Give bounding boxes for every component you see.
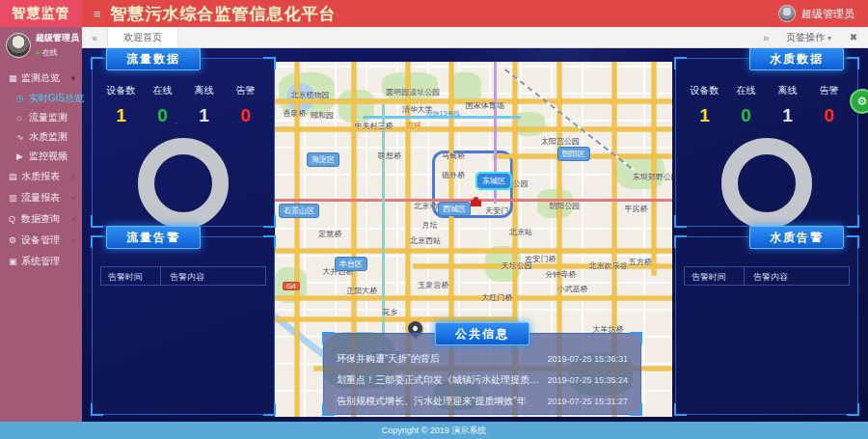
user-menu[interactable]: 超级管理员 <box>778 5 854 22</box>
place-label: 中关村三桥 <box>354 121 393 131</box>
sidebar-avatar <box>6 33 31 58</box>
place-label: 花乡 <box>382 307 397 317</box>
news-list: 环保并购遭“夭折”的背后2019-07-25 15:36:31划重点！三部委正式… <box>324 334 640 412</box>
news-title: 环保并购遭“夭折”的背后 <box>337 348 440 370</box>
place-label: 定慧桥 <box>318 229 341 239</box>
quality-alarm-panel: 水质告警 告警时间 告警内容 <box>675 236 858 415</box>
stat-cell: 设备数1 <box>100 84 142 126</box>
sidebar-subitem-quality-monitor[interactable]: ∿水质监测 <box>0 127 82 147</box>
user-name: 超级管理员 <box>801 7 854 21</box>
news-time: 2019-07-25 15:31:27 <box>547 391 628 412</box>
place-label: 北京欢乐谷 <box>588 261 627 271</box>
quality-alarm-title: 水质告警 <box>749 226 844 249</box>
place-label: 香泉桥 <box>283 108 306 119</box>
stat-cell: 告警0 <box>808 84 850 126</box>
stat-label: 离线 <box>183 84 225 97</box>
quality-monitor-icon: ∿ <box>16 127 29 147</box>
highway-badge: G4 <box>283 282 299 290</box>
tab-bar: « 欢迎首页 » 页签操作▾ ✖ <box>82 27 868 48</box>
device-mgmt-icon: ⚙ <box>9 230 21 251</box>
sidebar-item-label: 监测总览 <box>21 72 60 83</box>
place-label: 五方桥 <box>629 257 652 267</box>
flow-donut-chart <box>138 138 229 229</box>
sidebar-item-label: 设备管理 <box>21 234 60 245</box>
sidebar-item-label: 水质报表 <box>21 171 60 181</box>
quality-donut-chart <box>721 138 812 229</box>
sidebar-menu: ▦监测总览▾◷实时GIS总览⌂流量监测∿水质监测▶监控视频▤水质报表‹▥流量报表… <box>0 68 82 272</box>
status-text: 在线 <box>42 48 58 57</box>
place-label: 月坛 <box>421 220 437 231</box>
column-alarm-content: 告警内容 <box>161 267 265 285</box>
tab-operations-dropdown[interactable]: 页签操作▾ <box>778 31 839 44</box>
sidebar-item-label: 流量报表 <box>21 192 60 203</box>
sidebar-subitem-label: 水质监测 <box>29 131 68 142</box>
quality-data-panel: 水质数据 设备数1在线0离线1告警0 <box>675 58 858 227</box>
sidebar-subitem-flow-monitor[interactable]: ⌂流量监测 <box>0 108 82 127</box>
stat-value: 1 <box>100 105 142 126</box>
chevron-left-icon: ‹ <box>72 166 75 187</box>
stat-cell: 离线1 <box>183 84 225 126</box>
district-label: 石景山区 <box>279 204 319 218</box>
video-monitor-icon: ▶ <box>16 147 29 166</box>
fullscreen-icon[interactable]: ✖ <box>839 32 868 42</box>
place-label: 大红门桥 <box>481 292 512 303</box>
quality-alarm-table-header: 告警时间 告警内容 <box>684 266 850 286</box>
place-label: 北京植物园 <box>290 90 329 100</box>
news-time: 2019-07-25 15:36:31 <box>547 348 628 370</box>
sidebar-item-system-mgmt[interactable]: ▣系统管理 <box>0 251 82 272</box>
news-item[interactable]: 环保并购遭“夭折”的背后2019-07-25 15:36:31 <box>324 348 640 370</box>
stat-value: 0 <box>808 105 850 126</box>
district-label: 朝阳区 <box>557 147 590 161</box>
place-label: 正阳大桥 <box>346 286 377 296</box>
sidebar-item-device-mgmt[interactable]: ⚙设备管理‹ <box>0 230 82 251</box>
dashboard-main: 海淀区朝阳区东城区西城区石景山区丰台区北京植物园香泉桥颐和园圆明园遗址公园清华大… <box>82 48 868 422</box>
map-road <box>275 317 513 321</box>
sidebar-item-quality-report[interactable]: ▤水质报表‹ <box>0 166 82 187</box>
place-label: 国家体育场 <box>466 100 504 111</box>
tab-welcome[interactable]: 欢迎首页 <box>107 27 178 47</box>
tabs-scroll-left-icon[interactable]: « <box>82 27 107 47</box>
stat-value: 0 <box>142 105 183 126</box>
stat-cell: 在线0 <box>142 84 183 126</box>
sidebar-user-card[interactable]: 超级管理员 ●在线 <box>0 27 82 64</box>
place-label: 天安门 <box>485 206 508 216</box>
stat-label: 在线 <box>142 84 183 97</box>
place-label: 平房桥 <box>625 204 648 214</box>
overview-icon: ▦ <box>9 68 21 89</box>
place-label: 小武基桥 <box>557 284 588 294</box>
sidebar-user-status: ●在线 <box>36 47 79 58</box>
sidebar: 超级管理员 ●在线 ▦监测总览▾◷实时GIS总览⌂流量监测∿水质监测▶监控视频▤… <box>0 27 82 422</box>
news-title: 告别规模式增长、污水处理迎来“提质增效”年 <box>337 391 527 412</box>
news-item[interactable]: 告别规模式增长、污水处理迎来“提质增效”年2019-07-25 15:31:27 <box>324 391 640 412</box>
place-label: 玉泉营桥 <box>418 280 448 290</box>
chevron-left-icon: ‹ <box>72 208 75 230</box>
district-label[interactable]: 东城区 <box>477 174 510 188</box>
flow-monitor-icon: ⌂ <box>16 108 29 127</box>
stat-value: 1 <box>684 105 725 126</box>
chevron-left-icon: ‹ <box>72 187 75 208</box>
stat-label: 告警 <box>225 84 266 97</box>
place-label: 圆明园遗址公园 <box>386 87 440 97</box>
map-road <box>652 62 656 275</box>
sidebar-subitem-label: 实时GIS总览 <box>29 93 84 103</box>
hamburger-menu-icon[interactable]: ≡ <box>94 7 101 21</box>
sidebar-item-overview[interactable]: ▦监测总览▾ <box>0 68 82 89</box>
app-logo[interactable]: 智慧监管 <box>0 0 82 27</box>
tab-operations-label: 页签操作 <box>786 32 825 42</box>
sidebar-item-data-query[interactable]: Q数据查询‹ <box>0 208 82 230</box>
news-time: 2019-07-25 15:35:24 <box>547 370 628 391</box>
sidebar-item-flow-report[interactable]: ▥流量报表‹ <box>0 187 82 208</box>
district-label: 西城区 <box>438 202 471 216</box>
tabs-scroll-right-icon[interactable]: » <box>753 32 778 43</box>
flow-alarm-table-header: 告警时间 告警内容 <box>100 266 266 286</box>
sidebar-subitem-video-monitor[interactable]: ▶监控视频 <box>0 147 82 166</box>
sidebar-item-label: 数据查询 <box>21 213 60 224</box>
news-item[interactable]: 划重点！三部委正式印发《城镇污水处理提质增效三年行动方案》2019-07-25 … <box>324 370 640 391</box>
place-label: 左安门桥 <box>526 254 556 264</box>
sidebar-user-name: 超级管理员 <box>36 32 79 44</box>
service-float-button[interactable]: ⚙ <box>850 89 868 114</box>
quality-data-title: 水质数据 <box>749 48 844 70</box>
sidebar-subitem-gis[interactable]: ◷实时GIS总览 <box>0 89 82 108</box>
stat-label: 离线 <box>767 84 808 97</box>
place-label: 联想桥 <box>378 151 401 161</box>
